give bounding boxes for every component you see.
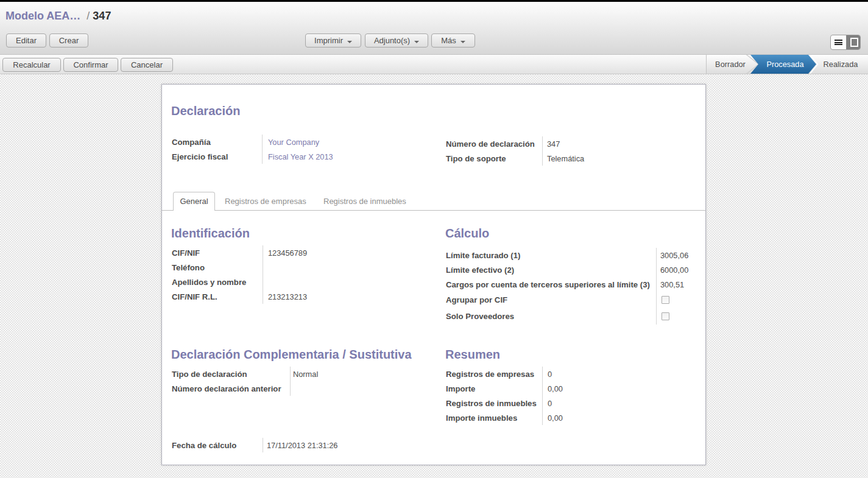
- svg-text:Borrador: Borrador: [715, 60, 746, 69]
- svg-text:Procesada: Procesada: [766, 60, 804, 69]
- svg-text:Realizada: Realizada: [824, 60, 859, 69]
